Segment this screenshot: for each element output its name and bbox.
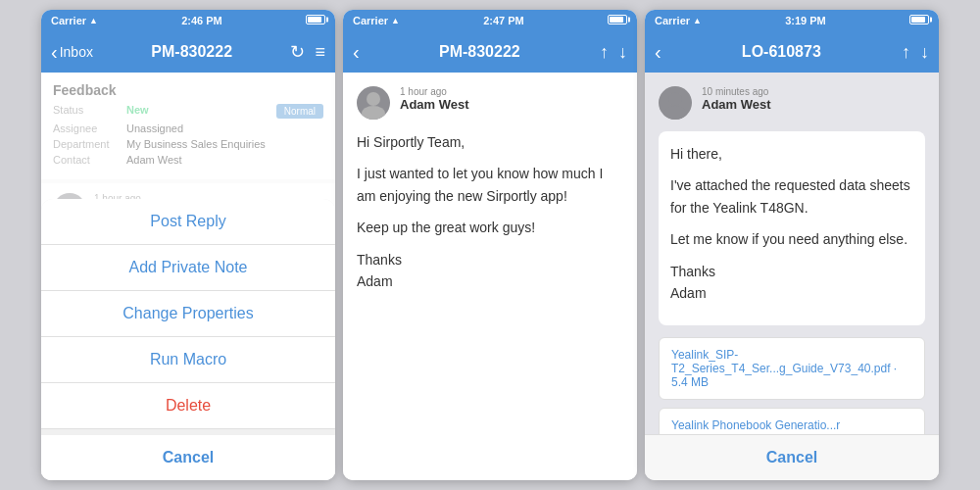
- body-line-0: Hi Sirportly Team,: [357, 131, 623, 153]
- battery-area-3: [909, 15, 929, 26]
- status-bar-2: Carrier ▲ 2:47 PM: [343, 10, 637, 31]
- svg-point-3: [362, 106, 385, 120]
- up-arrow-icon[interactable]: ↑: [600, 42, 609, 63]
- up-arrow-icon-3[interactable]: ↑: [902, 42, 910, 63]
- nav-actions-1: ↻ ≡: [290, 41, 325, 63]
- back-button-2[interactable]: ‹: [353, 41, 360, 64]
- time-2: 2:47 PM: [483, 15, 524, 26]
- avatar-3: [659, 86, 692, 120]
- message-meta-3: 10 minutes ago Adam West: [702, 86, 771, 116]
- nav-title-2: PM-830222: [368, 43, 592, 61]
- message-body-3: Hi there, I've attached the requested da…: [670, 143, 913, 304]
- nav-bar-2: ‹ PM-830222 ↑ ↓: [343, 31, 637, 73]
- svg-point-5: [663, 106, 687, 120]
- carrier-3: Carrier ▲: [655, 15, 702, 26]
- s3-body-line-3: Thanks Adam: [670, 261, 913, 305]
- screen1: Carrier ▲ 2:46 PM ‹ Inbox PM-830222 ↻ ≡: [41, 10, 335, 480]
- action-sheet: Post Reply Add Private Note Change Prope…: [41, 199, 335, 480]
- wifi-icon-3: ▲: [693, 16, 702, 25]
- message-time-2: 1 hour ago: [400, 86, 469, 97]
- battery-icon-1: [306, 15, 325, 26]
- chevron-left-icon-1: ‹: [51, 41, 58, 64]
- nav-title-3: LO-610873: [669, 43, 894, 61]
- message-meta-2: 1 hour ago Adam West: [400, 86, 469, 116]
- body-line-3: Thanks Adam: [357, 249, 623, 293]
- message-header-2: 1 hour ago Adam West: [357, 86, 623, 120]
- time-1: 2:46 PM: [181, 15, 222, 26]
- body-line-2: Keep up the great work guys!: [357, 217, 623, 238]
- screen2: Carrier ▲ 2:47 PM ‹ PM-830222 ↑ ↓: [343, 10, 637, 480]
- down-arrow-icon[interactable]: ↓: [618, 42, 627, 63]
- message-time-3: 10 minutes ago: [702, 86, 771, 97]
- wifi-icon-1: ▲: [89, 16, 98, 25]
- menu-icon-1[interactable]: ≡: [315, 42, 325, 63]
- battery-icon-3: [909, 15, 929, 26]
- post-reply-button[interactable]: Post Reply: [41, 199, 335, 245]
- s3-body-line-0: Hi there,: [670, 143, 913, 165]
- status-bar-1: Carrier ▲ 2:46 PM: [41, 10, 335, 31]
- message-header-3: 10 minutes ago Adam West: [659, 86, 925, 120]
- action-sheet-overlay: Post Reply Add Private Note Change Prope…: [41, 73, 335, 480]
- run-macro-button[interactable]: Run Macro: [41, 337, 335, 383]
- carrier-2: Carrier ▲: [353, 15, 400, 26]
- chevron-left-icon-2: ‹: [353, 41, 360, 64]
- body-line-1: I just wanted to let you know how much I…: [357, 163, 623, 207]
- nav-bar-1: ‹ Inbox PM-830222 ↻ ≡: [41, 31, 335, 73]
- screen1-content: Feedback Status New Normal Assignee Unas…: [41, 73, 335, 480]
- nav-actions-3: ↑ ↓: [902, 42, 929, 63]
- change-properties-button[interactable]: Change Properties: [41, 291, 335, 337]
- back-button-3[interactable]: ‹: [655, 41, 662, 64]
- svg-point-2: [367, 92, 380, 106]
- add-private-note-button[interactable]: Add Private Note: [41, 245, 335, 291]
- carrier-1: Carrier ▲: [51, 15, 98, 26]
- cancel-button-1[interactable]: Cancel: [41, 435, 335, 480]
- avatar-2: [357, 86, 390, 120]
- battery-area-1: [306, 15, 325, 26]
- svg-point-4: [668, 92, 682, 106]
- chevron-left-icon-3: ‹: [655, 41, 662, 64]
- delete-button[interactable]: Delete: [41, 383, 335, 429]
- nav-title-1: PM-830222: [101, 43, 283, 61]
- nav-bar-3: ‹ LO-610873 ↑ ↓: [645, 31, 939, 73]
- screen3-inner: 10 minutes ago Adam West Hi there, I've …: [645, 73, 939, 480]
- s3-body-line-1: I've attached the requested data sheets …: [670, 174, 913, 219]
- cancel-button-3[interactable]: Cancel: [645, 434, 939, 480]
- screen3-content: 10 minutes ago Adam West Hi there, I've …: [645, 73, 939, 480]
- screen2-content: 1 hour ago Adam West Hi Sirportly Team, …: [343, 73, 637, 480]
- battery-icon-2: [608, 15, 627, 26]
- message-author-3: Adam West: [702, 97, 771, 112]
- s3-body-line-2: Let me know if you need anything else.: [670, 228, 913, 250]
- down-arrow-icon-3[interactable]: ↓: [920, 42, 929, 63]
- message-bubble-3: Hi there, I've attached the requested da…: [659, 131, 925, 325]
- time-3: 3:19 PM: [785, 15, 826, 26]
- status-bar-3: Carrier ▲ 3:19 PM: [645, 10, 939, 31]
- back-button-1[interactable]: ‹ Inbox: [51, 41, 93, 64]
- screen3: Carrier ▲ 3:19 PM ‹ LO-610873 ↑ ↓: [645, 10, 939, 480]
- attachment-1[interactable]: Yealink_SIP-T2_Series_T4_Ser...g_Guide_V…: [659, 337, 925, 400]
- refresh-icon-1[interactable]: ↻: [290, 41, 305, 63]
- battery-area-2: [608, 15, 627, 26]
- message-body-2: Hi Sirportly Team, I just wanted to let …: [357, 131, 623, 292]
- nav-actions-2: ↑ ↓: [600, 42, 627, 63]
- message-author-2: Adam West: [400, 97, 469, 112]
- wifi-icon-2: ▲: [391, 16, 400, 25]
